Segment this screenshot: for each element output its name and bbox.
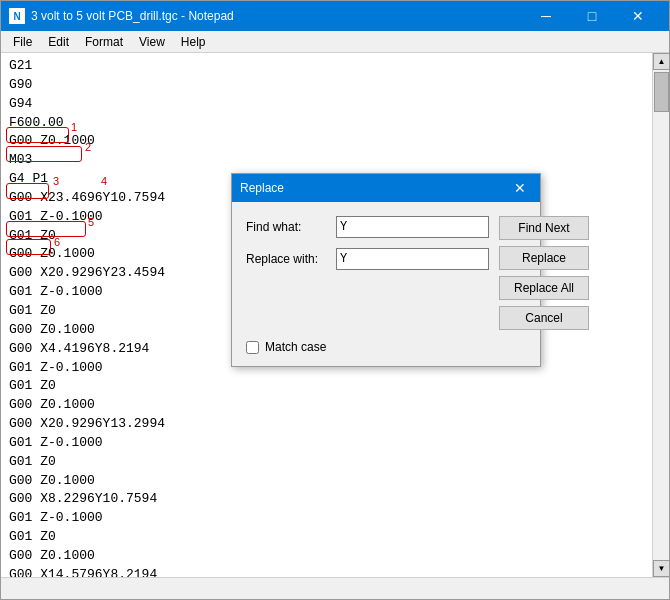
text-line: G00 Z0.1000	[9, 472, 644, 491]
title-bar: N 3 volt to 5 volt PCB_drill.tgc - Notep…	[1, 1, 669, 31]
replace-dialog[interactable]: Replace ✕ Find what: Replace with:	[231, 173, 541, 367]
match-case-label: Match case	[265, 340, 326, 354]
title-bar-left: N 3 volt to 5 volt PCB_drill.tgc - Notep…	[9, 8, 234, 24]
find-next-button[interactable]: Find Next	[499, 216, 589, 240]
text-line: G00 X14.5796Y8.2194	[9, 566, 644, 577]
content-area: G21G90G94F600.00G00 Z0.1000M03G4 P1G00 X…	[1, 53, 669, 577]
dialog-title-bar: Replace ✕	[232, 174, 540, 202]
menu-help[interactable]: Help	[173, 33, 214, 51]
find-what-label: Find what:	[246, 220, 336, 234]
menu-edit[interactable]: Edit	[40, 33, 77, 51]
dialog-fields: Find what: Replace with:	[246, 216, 489, 280]
find-what-row: Find what:	[246, 216, 489, 238]
text-line: F600.00	[9, 114, 644, 133]
status-bar	[1, 577, 669, 599]
app-icon: N	[9, 8, 25, 24]
scroll-up-button[interactable]: ▲	[653, 53, 669, 70]
scroll-down-button[interactable]: ▼	[653, 560, 669, 577]
text-line: G00 X8.2296Y10.7594	[9, 490, 644, 509]
dialog-close-button[interactable]: ✕	[508, 178, 532, 198]
menu-view[interactable]: View	[131, 33, 173, 51]
dialog-title: Replace	[240, 181, 284, 195]
close-button[interactable]: ✕	[615, 1, 661, 31]
text-line: G21	[9, 57, 644, 76]
text-line: G01 Z0	[9, 528, 644, 547]
menu-file[interactable]: File	[5, 33, 40, 51]
cancel-button[interactable]: Cancel	[499, 306, 589, 330]
vertical-scrollbar[interactable]: ▲ ▼	[652, 53, 669, 577]
dialog-buttons: Find Next Replace Replace All Cancel	[499, 216, 589, 330]
text-line: M03	[9, 151, 644, 170]
replace-with-label: Replace with:	[246, 252, 336, 266]
text-line: G01 Z0	[9, 377, 644, 396]
text-line: G00 Z0.1000	[9, 547, 644, 566]
find-what-input[interactable]	[336, 216, 489, 238]
scrollbar-track[interactable]	[653, 70, 669, 560]
window-title: 3 volt to 5 volt PCB_drill.tgc - Notepad	[31, 9, 234, 23]
scrollbar-thumb[interactable]	[654, 72, 669, 112]
text-line: G00 X20.9296Y13.2994	[9, 415, 644, 434]
replace-with-row: Replace with:	[246, 248, 489, 270]
text-line: G01 Z0	[9, 453, 644, 472]
dialog-body: Find what: Replace with: Find Next Repla…	[232, 202, 540, 366]
replace-with-input[interactable]	[336, 248, 489, 270]
replace-button[interactable]: Replace	[499, 246, 589, 270]
text-line: G00 Z0.1000	[9, 396, 644, 415]
menu-format[interactable]: Format	[77, 33, 131, 51]
title-bar-controls: ─ □ ✕	[523, 1, 661, 31]
text-line: G00 Z0.1000	[9, 132, 644, 151]
text-line: G01 Z-0.1000	[9, 434, 644, 453]
minimize-button[interactable]: ─	[523, 1, 569, 31]
maximize-button[interactable]: □	[569, 1, 615, 31]
dialog-content-row: Find what: Replace with: Find Next Repla…	[246, 216, 526, 330]
match-case-row: Match case	[246, 340, 526, 354]
text-line: G01 Z-0.1000	[9, 509, 644, 528]
menu-bar: File Edit Format View Help	[1, 31, 669, 53]
main-window: N 3 volt to 5 volt PCB_drill.tgc - Notep…	[0, 0, 670, 600]
replace-all-button[interactable]: Replace All	[499, 276, 589, 300]
text-line: G94	[9, 95, 644, 114]
match-case-checkbox[interactable]	[246, 341, 259, 354]
text-line: G90	[9, 76, 644, 95]
